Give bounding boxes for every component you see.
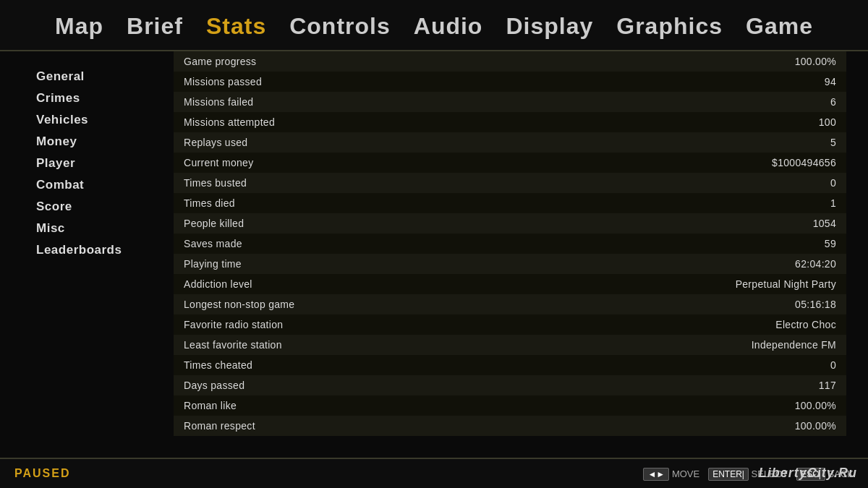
stat-label: Playing time (184, 258, 242, 270)
stat-value: Electro Choc (775, 319, 836, 330)
stat-label: Addiction level (184, 278, 252, 290)
stat-label: Longest non-stop game (184, 299, 294, 310)
stat-row: Missions failed6 (174, 92, 846, 112)
stat-value: $1000494656 (772, 157, 836, 168)
stat-row: Least favorite stationIndependence FM (174, 335, 846, 355)
stat-label: Current money (184, 157, 254, 168)
nav-item-map[interactable]: Map (55, 13, 103, 40)
paused-label: PAUSED (14, 467, 71, 480)
stat-row: Roman like100.00% (174, 395, 846, 416)
stat-label: Favorite radio station (184, 319, 283, 330)
stat-value: Independence FM (752, 339, 836, 351)
stat-value: 1054 (813, 218, 836, 229)
sidebar: GeneralCrimesVehiclesMoneyPlayerCombatSc… (0, 51, 174, 451)
stat-label: Missions attempted (184, 116, 275, 128)
stat-value: 100.00% (795, 400, 836, 411)
stat-value: 100 (819, 116, 836, 128)
stat-row: Current money$1000494656 (174, 153, 846, 173)
stat-label: Times cheated (184, 359, 252, 371)
move-label: MOVE (672, 468, 699, 479)
top-navigation: MapBriefStatsControlsAudioDisplayGraphic… (0, 0, 868, 51)
stat-label: Saves made (184, 238, 242, 249)
stat-value: 05:16:18 (795, 299, 836, 310)
stat-row: Longest non-stop game05:16:18 (174, 294, 846, 314)
sidebar-item-player[interactable]: Player (36, 153, 159, 174)
stat-row: Missions passed94 (174, 72, 846, 92)
stat-row: Addiction levelPerpetual Night Party (174, 274, 846, 294)
nav-item-stats[interactable]: Stats (206, 13, 266, 40)
stat-value: 94 (825, 76, 836, 87)
stat-value: 117 (819, 380, 836, 391)
nav-item-brief[interactable]: Brief (127, 13, 183, 40)
nav-item-controls[interactable]: Controls (289, 13, 391, 40)
stat-value: 0 (830, 359, 836, 371)
sidebar-item-leaderboards[interactable]: Leaderboards (36, 239, 159, 261)
sidebar-item-money[interactable]: Money (36, 131, 159, 153)
nav-item-display[interactable]: Display (506, 13, 593, 40)
nav-item-graphics[interactable]: Graphics (616, 13, 723, 40)
stat-value: Perpetual Night Party (736, 278, 836, 290)
stat-row: Missions attempted100 (174, 112, 846, 132)
stat-value: 59 (825, 238, 836, 249)
sidebar-item-misc[interactable]: Misc (36, 218, 159, 239)
sidebar-item-score[interactable]: Score (36, 196, 159, 218)
stat-row: Game progress100.00% (174, 51, 846, 72)
stat-value: 62:04:20 (795, 258, 836, 270)
stat-value: 100.00% (795, 420, 836, 432)
stat-row: Saves made59 (174, 234, 846, 254)
stat-label: People killed (184, 218, 244, 229)
dpad-hint: ◄► MOVE (643, 468, 699, 479)
enter-key: ENTER| (708, 468, 749, 481)
stat-row: Replays used5 (174, 132, 846, 153)
stat-label: Missions failed (184, 96, 253, 108)
stat-label: Roman like (184, 400, 237, 411)
stat-value: 5 (830, 137, 836, 148)
stat-label: Least favorite station (184, 339, 282, 351)
stat-label: Days passed (184, 380, 244, 391)
nav-item-audio[interactable]: Audio (414, 13, 483, 40)
stat-label: Roman respect (184, 420, 255, 432)
sidebar-item-crimes[interactable]: Crimes (36, 87, 159, 109)
stat-row: Playing time62:04:20 (174, 254, 846, 274)
stat-row: Times cheated0 (174, 355, 846, 375)
dpad-key: ◄► (643, 468, 669, 481)
stat-value: 6 (830, 96, 836, 108)
sidebar-item-combat[interactable]: Combat (36, 174, 159, 196)
stat-label: Times died (184, 197, 235, 209)
stat-value: 100.00% (795, 56, 836, 67)
sidebar-item-general[interactable]: General (36, 66, 159, 87)
stat-value: 0 (830, 177, 836, 189)
stats-table: Game progress100.00%Missions passed94Mis… (174, 51, 868, 451)
stat-row: Favorite radio stationElectro Choc (174, 314, 846, 335)
stat-row: People killed1054 (174, 213, 846, 234)
stat-label: Replays used (184, 137, 247, 148)
stat-row: Times busted0 (174, 173, 846, 193)
bottom-bar: PAUSED ◄► MOVE ENTER| SELECT ESC| BACK (0, 458, 868, 488)
stat-value: 1 (830, 197, 836, 209)
nav-item-game[interactable]: Game (746, 13, 813, 40)
stat-label: Missions passed (184, 76, 262, 87)
stat-row: Days passed117 (174, 375, 846, 395)
stat-label: Game progress (184, 56, 256, 67)
stat-label: Times busted (184, 177, 247, 189)
main-content: GeneralCrimesVehiclesMoneyPlayerCombatSc… (0, 51, 868, 451)
watermark: LibertyCity.Ru (759, 466, 857, 481)
stat-row: Times died1 (174, 193, 846, 213)
stat-row: Roman respect100.00% (174, 416, 846, 436)
sidebar-item-vehicles[interactable]: Vehicles (36, 109, 159, 131)
